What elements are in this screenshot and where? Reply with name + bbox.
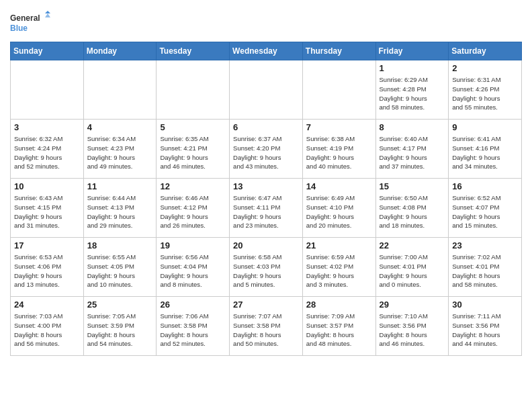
svg-marker-2 [45, 11, 50, 13]
day-info: Sunrise: 6:53 AM Sunset: 4:06 PM Dayligh… [14, 253, 80, 289]
calendar-cell: 7Sunrise: 6:38 AM Sunset: 4:19 PM Daylig… [302, 120, 375, 179]
weekday-header-monday: Monday [83, 42, 157, 60]
day-info: Sunrise: 7:07 AM Sunset: 3:58 PM Dayligh… [233, 312, 299, 349]
day-number: 24 [14, 300, 80, 310]
day-info: Sunrise: 6:52 AM Sunset: 4:07 PM Dayligh… [452, 193, 518, 230]
week-row-0: 1Sunrise: 6:29 AM Sunset: 4:28 PM Daylig… [11, 60, 522, 120]
day-info: Sunrise: 7:09 AM Sunset: 3:57 PM Dayligh… [306, 312, 372, 349]
day-number: 21 [306, 240, 372, 250]
week-row-3: 17Sunrise: 6:53 AM Sunset: 4:06 PM Dayli… [11, 238, 522, 297]
day-info: Sunrise: 6:34 AM Sunset: 4:23 PM Dayligh… [87, 134, 153, 171]
day-number: 28 [306, 300, 372, 310]
day-info: Sunrise: 6:56 AM Sunset: 4:04 PM Dayligh… [160, 253, 226, 289]
weekday-header-tuesday: Tuesday [157, 42, 230, 60]
day-info: Sunrise: 6:31 AM Sunset: 4:26 PM Dayligh… [452, 75, 518, 112]
weekday-header-row: SundayMondayTuesdayWednesdayThursdayFrid… [11, 42, 522, 60]
day-number: 8 [380, 122, 445, 132]
calendar-cell: 30Sunrise: 7:11 AM Sunset: 3:56 PM Dayli… [449, 297, 522, 356]
calendar-cell: 2Sunrise: 6:31 AM Sunset: 4:26 PM Daylig… [449, 60, 522, 120]
day-info: Sunrise: 6:49 AM Sunset: 4:10 PM Dayligh… [306, 193, 372, 230]
logo: General Blue [10, 11, 50, 38]
calendar-cell [302, 60, 375, 120]
day-info: Sunrise: 7:10 AM Sunset: 3:56 PM Dayligh… [380, 312, 445, 349]
day-number: 22 [380, 240, 445, 250]
calendar-cell: 20Sunrise: 6:58 AM Sunset: 4:03 PM Dayli… [230, 238, 303, 297]
calendar-cell: 17Sunrise: 6:53 AM Sunset: 4:06 PM Dayli… [11, 238, 84, 297]
day-info: Sunrise: 7:02 AM Sunset: 4:01 PM Dayligh… [452, 253, 518, 289]
day-info: Sunrise: 6:35 AM Sunset: 4:21 PM Dayligh… [160, 134, 226, 171]
day-info: Sunrise: 6:44 AM Sunset: 4:13 PM Dayligh… [87, 193, 153, 230]
week-row-1: 3Sunrise: 6:32 AM Sunset: 4:24 PM Daylig… [11, 120, 522, 179]
calendar-cell: 15Sunrise: 6:50 AM Sunset: 4:08 PM Dayli… [375, 179, 449, 238]
calendar-cell: 23Sunrise: 7:02 AM Sunset: 4:01 PM Dayli… [449, 238, 522, 297]
svg-text:General: General [10, 13, 40, 23]
day-number: 13 [233, 181, 299, 191]
day-info: Sunrise: 7:05 AM Sunset: 3:59 PM Dayligh… [87, 312, 153, 349]
calendar-cell: 21Sunrise: 6:59 AM Sunset: 4:02 PM Dayli… [302, 238, 375, 297]
calendar-cell: 25Sunrise: 7:05 AM Sunset: 3:59 PM Dayli… [83, 297, 157, 356]
day-info: Sunrise: 6:55 AM Sunset: 4:05 PM Dayligh… [87, 253, 153, 289]
calendar-cell: 22Sunrise: 7:00 AM Sunset: 4:01 PM Dayli… [375, 238, 449, 297]
day-info: Sunrise: 6:46 AM Sunset: 4:12 PM Dayligh… [160, 193, 226, 230]
weekday-header-saturday: Saturday [449, 42, 522, 60]
day-info: Sunrise: 6:47 AM Sunset: 4:11 PM Dayligh… [233, 193, 299, 230]
calendar-cell: 24Sunrise: 7:03 AM Sunset: 4:00 PM Dayli… [11, 297, 84, 356]
day-number: 10 [14, 181, 80, 191]
calendar-cell: 10Sunrise: 6:43 AM Sunset: 4:15 PM Dayli… [11, 179, 84, 238]
calendar-cell [157, 60, 230, 120]
calendar-cell: 1Sunrise: 6:29 AM Sunset: 4:28 PM Daylig… [375, 60, 449, 120]
day-info: Sunrise: 6:43 AM Sunset: 4:15 PM Dayligh… [14, 193, 80, 230]
calendar-cell: 6Sunrise: 6:37 AM Sunset: 4:20 PM Daylig… [230, 120, 303, 179]
day-number: 26 [160, 300, 226, 310]
day-info: Sunrise: 6:32 AM Sunset: 4:24 PM Dayligh… [14, 134, 80, 171]
week-row-2: 10Sunrise: 6:43 AM Sunset: 4:15 PM Dayli… [11, 179, 522, 238]
calendar-cell: 29Sunrise: 7:10 AM Sunset: 3:56 PM Dayli… [375, 297, 449, 356]
day-info: Sunrise: 6:29 AM Sunset: 4:28 PM Dayligh… [380, 75, 445, 112]
day-number: 12 [160, 181, 226, 191]
day-number: 3 [14, 122, 80, 132]
svg-text:Blue: Blue [10, 24, 28, 33]
day-number: 18 [87, 240, 153, 250]
day-number: 29 [380, 300, 445, 310]
calendar-cell [11, 60, 84, 120]
day-number: 19 [160, 240, 226, 250]
day-info: Sunrise: 7:11 AM Sunset: 3:56 PM Dayligh… [452, 312, 518, 349]
calendar-cell: 19Sunrise: 6:56 AM Sunset: 4:04 PM Dayli… [157, 238, 230, 297]
weekday-header-thursday: Thursday [302, 42, 375, 60]
day-number: 1 [380, 63, 445, 73]
page-header: General Blue [10, 7, 522, 38]
day-number: 20 [233, 240, 299, 250]
calendar-cell: 11Sunrise: 6:44 AM Sunset: 4:13 PM Dayli… [83, 179, 157, 238]
day-number: 15 [380, 181, 445, 191]
day-number: 30 [452, 300, 518, 310]
day-info: Sunrise: 6:37 AM Sunset: 4:20 PM Dayligh… [233, 134, 299, 171]
week-row-4: 24Sunrise: 7:03 AM Sunset: 4:00 PM Dayli… [11, 297, 522, 356]
day-number: 9 [452, 122, 518, 132]
day-info: Sunrise: 6:40 AM Sunset: 4:17 PM Dayligh… [380, 134, 445, 171]
calendar-cell: 13Sunrise: 6:47 AM Sunset: 4:11 PM Dayli… [230, 179, 303, 238]
day-info: Sunrise: 7:06 AM Sunset: 3:58 PM Dayligh… [160, 312, 226, 349]
calendar-cell: 27Sunrise: 7:07 AM Sunset: 3:58 PM Dayli… [230, 297, 303, 356]
calendar-cell: 18Sunrise: 6:55 AM Sunset: 4:05 PM Dayli… [83, 238, 157, 297]
day-number: 4 [87, 122, 153, 132]
weekday-header-friday: Friday [375, 42, 449, 60]
svg-marker-3 [45, 13, 50, 17]
day-info: Sunrise: 6:50 AM Sunset: 4:08 PM Dayligh… [380, 193, 445, 230]
weekday-header-sunday: Sunday [11, 42, 84, 60]
calendar-cell: 26Sunrise: 7:06 AM Sunset: 3:58 PM Dayli… [157, 297, 230, 356]
calendar-cell: 4Sunrise: 6:34 AM Sunset: 4:23 PM Daylig… [83, 120, 157, 179]
day-info: Sunrise: 6:59 AM Sunset: 4:02 PM Dayligh… [306, 253, 372, 289]
day-number: 17 [14, 240, 80, 250]
day-number: 7 [306, 122, 372, 132]
weekday-header-wednesday: Wednesday [230, 42, 303, 60]
calendar-table: SundayMondayTuesdayWednesdayThursdayFrid… [10, 42, 522, 356]
day-number: 23 [452, 240, 518, 250]
calendar-cell: 5Sunrise: 6:35 AM Sunset: 4:21 PM Daylig… [157, 120, 230, 179]
calendar-cell: 16Sunrise: 6:52 AM Sunset: 4:07 PM Dayli… [449, 179, 522, 238]
calendar-cell: 28Sunrise: 7:09 AM Sunset: 3:57 PM Dayli… [302, 297, 375, 356]
day-info: Sunrise: 6:38 AM Sunset: 4:19 PM Dayligh… [306, 134, 372, 171]
calendar-cell: 14Sunrise: 6:49 AM Sunset: 4:10 PM Dayli… [302, 179, 375, 238]
day-number: 6 [233, 122, 299, 132]
day-number: 16 [452, 181, 518, 191]
calendar-cell [230, 60, 303, 120]
